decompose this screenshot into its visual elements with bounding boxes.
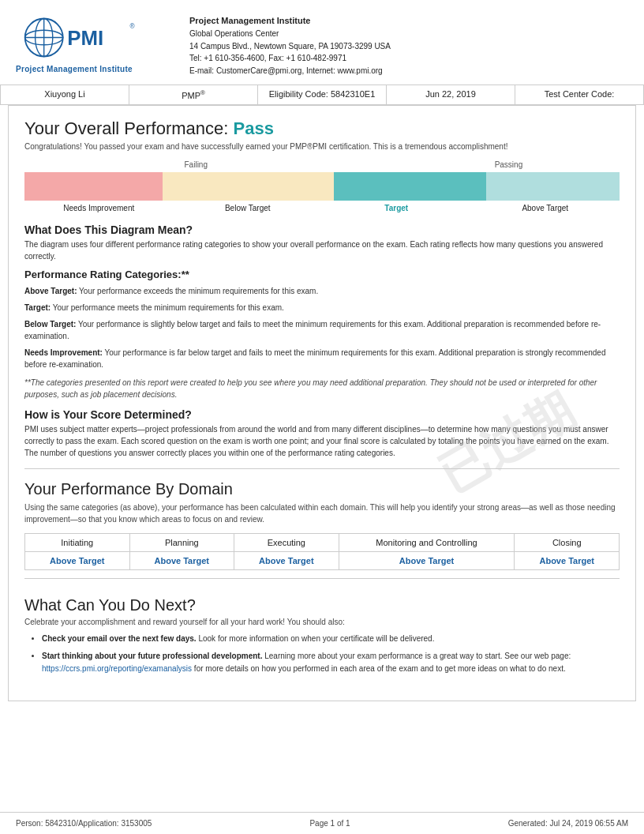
- bar-above-target: [486, 172, 620, 201]
- pmi-logo: PMI ®: [16, 14, 142, 62]
- domain-val-monitoring: Above Target: [339, 551, 515, 569]
- rating-categories-section: Performance Rating Categories:** Above T…: [24, 269, 620, 400]
- org-email: E-mail: CustomerCare@pmi.org, Internet: …: [189, 66, 383, 75]
- domain-header-row: Initiating Planning Executing Monitoring…: [25, 533, 620, 551]
- domain-val-closing: Above Target: [515, 551, 620, 569]
- score-title: How is Your Score Determined?: [24, 408, 620, 421]
- org-address1: Global Operations Center: [189, 29, 279, 38]
- org-logo-text: Project Management Institute: [16, 65, 133, 73]
- rating-categories-title: Performance Rating Categories:**: [24, 269, 620, 280]
- footer-generated: Generated: Jul 24, 2019 06:55 AM: [508, 819, 628, 828]
- svg-text:PMI: PMI: [67, 27, 103, 49]
- domain-col-initiating: Initiating: [25, 533, 130, 551]
- footer-person: Person: 5842310/Application: 3153005: [16, 819, 152, 828]
- next-subtitle: Celebrate your accomplishment and reward…: [24, 618, 620, 626]
- cat-above-target: Above Target: [471, 204, 620, 212]
- diagram-body: The diagram uses four different performa…: [24, 239, 620, 262]
- eligibility-code: Eligibility Code: 5842310E1: [258, 85, 387, 104]
- overall-title: Your Overall Performance: Pass: [24, 118, 620, 139]
- domain-col-planning: Planning: [129, 533, 234, 551]
- pass-word: Pass: [234, 118, 274, 138]
- next-title: What Can You Do Next?: [24, 596, 620, 614]
- org-address2: 14 Campus Blvd., Newtown Square, PA 1907…: [189, 42, 391, 51]
- domain-value-row: Above Target Above Target Above Target A…: [25, 551, 620, 569]
- diagram-section: What Does This Diagram Mean? The diagram…: [24, 224, 620, 262]
- org-info: Project Management Institute Global Oper…: [189, 14, 391, 77]
- next-section: What Can You Do Next? Celebrate your acc…: [24, 588, 620, 688]
- domain-val-initiating: Above Target: [25, 551, 130, 569]
- target-item: Target: Your performance meets the minim…: [24, 302, 620, 314]
- cat-below-target: Below Target: [174, 204, 323, 212]
- below-target-item: Below Target: Your performance is slight…: [24, 318, 620, 342]
- domain-title: Your Performance By Domain: [24, 480, 620, 498]
- performance-bar: [24, 172, 620, 201]
- domain-val-executing: Above Target: [234, 551, 339, 569]
- score-body: PMI uses subject matter experts—project …: [24, 423, 620, 459]
- logo-area: PMI ® Project Management Institute: [16, 14, 158, 73]
- bar-below-target: [163, 172, 334, 201]
- bar-needs-improvement: [24, 172, 163, 201]
- above-target-item: Above Target: Your performance exceeds t…: [24, 285, 620, 297]
- footer-page: Page 1 of 1: [309, 819, 350, 828]
- domain-col-closing: Closing: [515, 533, 620, 551]
- domain-val-planning: Above Target: [129, 551, 234, 569]
- domain-section: Your Performance By Domain Using the sam…: [24, 468, 620, 579]
- exam-date: Jun 22, 2019: [387, 85, 515, 104]
- domain-col-executing: Executing: [234, 533, 339, 551]
- info-bar: Xiuyong Li PMP® Eligibility Code: 584231…: [0, 85, 644, 105]
- page-header: PMI ® Project Management Institute Proje…: [0, 0, 644, 85]
- svg-text:®: ®: [130, 22, 135, 30]
- cert-type: PMP®: [129, 85, 258, 104]
- org-phone: Tel: +1 610-356-4600, Fax: +1 610-482-99…: [189, 54, 346, 62]
- rating-footnote: **The categories presented on this repor…: [24, 377, 620, 400]
- failing-label: Failing: [125, 160, 267, 169]
- diagram-title: What Does This Diagram Mean?: [24, 224, 620, 236]
- page-footer: Person: 5842310/Application: 3153005 Pag…: [0, 812, 644, 834]
- main-content: Your Overall Performance: Pass Congratul…: [9, 106, 635, 701]
- org-name: Project Management Institute: [189, 16, 310, 25]
- domain-col-monitoring: Monitoring and Controlling: [339, 533, 515, 551]
- score-section: How is Your Score Determined? PMI uses s…: [24, 408, 620, 459]
- category-labels: Needs Improvement Below Target Target Ab…: [24, 204, 620, 212]
- congrats-text: Congratulations! You passed your exam an…: [24, 142, 620, 151]
- domain-table: Initiating Planning Executing Monitoring…: [24, 533, 620, 570]
- domain-subtitle: Using the same categories (as above), yo…: [24, 502, 620, 525]
- main-report-box: Your Overall Performance: Pass Congratul…: [8, 105, 636, 701]
- next-list: Check your email over the next few days.…: [42, 633, 620, 675]
- cat-target: Target: [322, 204, 471, 212]
- needs-improvement-item: Needs Improvement: Your performance is f…: [24, 347, 620, 370]
- exam-analysis-link[interactable]: https://ccrs.pmi.org/reporting/examanaly…: [42, 664, 192, 673]
- cat-needs-improvement: Needs Improvement: [24, 204, 174, 212]
- next-item-2: Start thinking about your future profess…: [42, 650, 620, 675]
- bar-target: [334, 172, 486, 201]
- passing-label: Passing: [448, 160, 569, 169]
- next-item-1: Check your email over the next few days.…: [42, 633, 620, 645]
- overall-performance-section: Your Overall Performance: Pass Congratul…: [24, 118, 620, 212]
- test-center-code: Test Center Code:: [515, 85, 643, 104]
- bar-axis-labels: Failing Passing: [24, 160, 620, 172]
- candidate-name: Xiuyong Li: [1, 85, 129, 104]
